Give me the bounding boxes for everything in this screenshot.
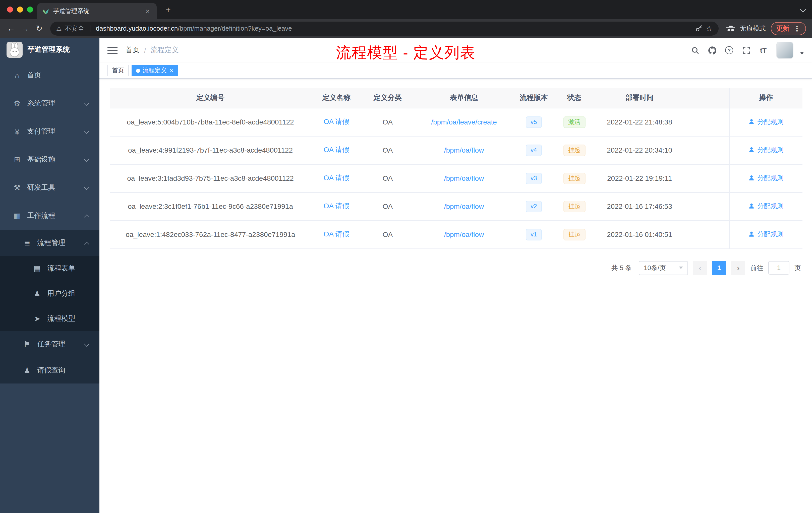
definition-id: oa_leave:3:1fad3d93-7b75-11ec-a3c8-acde4… [110, 164, 311, 192]
sidebar-item-home[interactable]: ⌂ 首页 [0, 61, 99, 89]
sidebar-item-payment[interactable]: ¥ 支付管理 [0, 117, 99, 146]
tag-home[interactable]: 首页 [108, 65, 128, 76]
avatar-caret-icon[interactable] [800, 52, 804, 55]
deploy-time: 2022-01-22 19:19:11 [596, 164, 684, 192]
monitor-icon: ⊞ [12, 155, 22, 164]
close-window-button[interactable] [7, 6, 13, 12]
page-number-button[interactable]: 1 [712, 261, 726, 275]
sidebar-item-workflow[interactable]: ▦ 工作流程 [0, 202, 99, 230]
address-bar[interactable]: ⚠ 不安全 dashboard.yudao.iocoder.cn/bpm/man… [50, 21, 719, 35]
deploy-time: 2022-01-22 20:34:10 [596, 136, 684, 164]
back-button[interactable]: ← [4, 21, 18, 35]
password-key-icon[interactable] [695, 24, 703, 32]
goto-page-input[interactable] [768, 261, 789, 275]
form-info-link[interactable]: /bpm/oa/leave/create [431, 118, 497, 126]
search-icon[interactable] [689, 44, 701, 57]
form-info-link[interactable]: /bpm/oa/flow [444, 174, 484, 182]
sidebar-item-process-form[interactable]: ▤ 流程表单 [0, 256, 99, 281]
assign-rule-link[interactable]: 分配规则 [749, 146, 784, 155]
logo-avatar [6, 41, 23, 58]
user-avatar[interactable] [777, 42, 793, 58]
navbar-actions: ? tT [689, 42, 804, 58]
assign-rule-link[interactable]: 分配规则 [749, 230, 784, 239]
breadcrumb-current: 流程定义 [151, 46, 179, 55]
tag-process-definition[interactable]: 流程定义 × [132, 65, 178, 76]
sidebar-item-leave-query[interactable]: ♟ 请假查询 [0, 357, 99, 384]
not-secure-warning-icon: ⚠ [56, 25, 62, 32]
tab-search-chevron-icon[interactable] [800, 7, 806, 12]
definition-name-link[interactable]: OA 请假 [324, 174, 349, 182]
fullscreen-icon[interactable] [740, 44, 753, 57]
page-content: 定义编号 定义名称 定义分类 表单信息 流程版本 状态 部署时间 操作 [99, 79, 812, 513]
minimize-window-button[interactable] [17, 6, 23, 12]
col-actions: 操作 [729, 88, 803, 108]
sidebar-item-process-management[interactable]: ≣ 流程管理 [0, 230, 99, 256]
sidebar-item-user-group[interactable]: ♟ 用户分组 [0, 281, 99, 306]
breadcrumb-home[interactable]: 首页 [125, 46, 140, 55]
sidebar-item-task-management[interactable]: ⚑ 任务管理 [0, 331, 99, 357]
incognito-indicator: 无痕模式 [726, 24, 766, 33]
definition-id: oa_leave:4:991f2193-7b7f-11ec-a3c8-acde4… [110, 136, 311, 164]
status-badge: 挂起 [563, 144, 585, 156]
window-controls [7, 6, 33, 12]
security-label: 不安全 [65, 24, 84, 33]
github-icon[interactable] [705, 44, 719, 57]
status-badge: 挂起 [563, 201, 585, 212]
definition-table: 定义编号 定义名称 定义分类 表单信息 流程版本 状态 部署时间 操作 [110, 88, 803, 249]
help-icon[interactable]: ? [723, 44, 736, 57]
form-info-link[interactable]: /bpm/oa/flow [444, 231, 484, 238]
workflow-submenu: ≣ 流程管理 ▤ 流程表单 ♟ 用户分组 ➤ 流程模型 [0, 230, 99, 384]
definition-category: OA [362, 108, 413, 136]
browser-menu-icon[interactable]: ⋮ [793, 24, 801, 32]
version-badge: v2 [525, 201, 542, 212]
incognito-label: 无痕模式 [740, 24, 766, 33]
forward-button[interactable]: → [18, 21, 32, 35]
sidebar-logo[interactable]: 芋道管理系统 [0, 38, 99, 61]
chevron-down-icon [84, 101, 89, 105]
new-tab-button[interactable]: + [163, 4, 174, 16]
version-badge: v4 [525, 144, 542, 156]
user-icon [749, 231, 755, 238]
assign-rule-link[interactable]: 分配规则 [749, 202, 784, 211]
font-size-icon[interactable]: tT [757, 44, 770, 57]
breadcrumb: 首页 / 流程定义 [125, 46, 179, 55]
table-row: oa_leave:5:004b710b-7b8a-11ec-8ef0-acde4… [110, 108, 803, 136]
hamburger-icon[interactable] [108, 46, 117, 55]
process-management-submenu: ▤ 流程表单 ♟ 用户分组 ➤ 流程模型 [0, 256, 99, 331]
sidebar-item-process-model[interactable]: ➤ 流程模型 [0, 306, 99, 331]
browser-window: 芋道管理系统 × + ← → ↻ ⚠ 不安全 dashboard.yudao.i… [0, 0, 812, 513]
chevron-down-icon [84, 157, 89, 162]
assign-rule-link[interactable]: 分配规则 [749, 174, 784, 183]
flag-icon: ⚑ [22, 340, 32, 349]
sidebar-item-system[interactable]: ⚙ 系统管理 [0, 89, 99, 117]
tab-close-icon[interactable]: × [144, 7, 152, 15]
tag-close-icon[interactable]: × [170, 67, 174, 74]
list-icon: ≣ [22, 238, 32, 247]
bookmark-star-icon[interactable]: ☆ [706, 24, 713, 33]
prev-page-button[interactable]: ‹ [693, 261, 707, 275]
table-row: oa_leave:4:991f2193-7b7f-11ec-a3c8-acde4… [110, 136, 803, 164]
page-size-select[interactable]: 10条/页 [639, 261, 688, 275]
definition-id: oa_leave:2:3c1f0ef1-76b1-11ec-9c66-a2380… [110, 192, 311, 220]
definition-id: oa_leave:5:004b710b-7b8a-11ec-8ef0-acde4… [110, 108, 311, 136]
definition-name-link[interactable]: OA 请假 [324, 117, 349, 125]
reload-button[interactable]: ↻ [32, 21, 46, 35]
form-info-link[interactable]: /bpm/oa/flow [444, 146, 484, 154]
sidebar-item-devtools[interactable]: ⚒ 研发工具 [0, 174, 99, 202]
assign-rule-link[interactable]: 分配规则 [749, 117, 784, 126]
breadcrumb-separator: / [144, 46, 146, 54]
form-info-link[interactable]: /bpm/oa/flow [444, 202, 484, 210]
definition-name-link[interactable]: OA 请假 [324, 146, 349, 154]
definition-name-link[interactable]: OA 请假 [324, 202, 349, 210]
sidebar-item-infrastructure[interactable]: ⊞ 基础设施 [0, 146, 99, 174]
goto-unit-label: 页 [794, 263, 801, 272]
tab-favicon-icon [42, 7, 49, 14]
maximize-window-button[interactable] [27, 6, 33, 12]
sidebar-item-label: 系统管理 [27, 99, 55, 108]
gear-icon: ⚙ [12, 99, 22, 108]
browser-tab[interactable]: 芋道管理系统 × [37, 3, 157, 19]
definition-name-link[interactable]: OA 请假 [324, 230, 349, 238]
update-chip[interactable]: 更新 ⋮ [771, 22, 806, 35]
status-badge: 激活 [563, 116, 585, 128]
next-page-button[interactable]: › [731, 261, 745, 275]
